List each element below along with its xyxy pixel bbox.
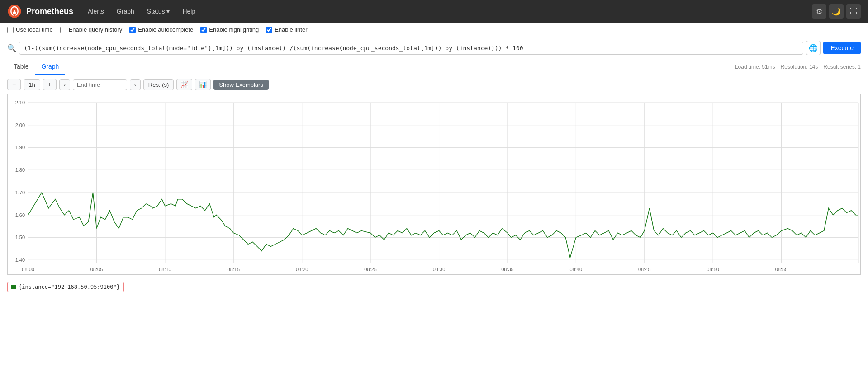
svg-text:2.00: 2.00 [15, 122, 25, 128]
brand: Prometheus [7, 4, 73, 19]
load-time: Load time: 51ms [735, 64, 775, 70]
svg-text:08:20: 08:20 [296, 267, 308, 272]
svg-text:08:50: 08:50 [707, 267, 719, 272]
svg-text:08:30: 08:30 [433, 267, 446, 272]
chart-area: 2.10 2.00 1.90 1.80 1.70 1.60 1.50 1.40 [0, 94, 868, 278]
stacked-chart-button[interactable]: 📊 [195, 79, 211, 90]
enable-autocomplete-checkbox[interactable]: Enable autocomplete [129, 26, 193, 33]
fullscreen-button[interactable]: ⛶ [846, 4, 861, 19]
svg-text:1.40: 1.40 [15, 257, 25, 263]
graph-controls: − 1h + ‹ › Res. (s) 📈 📊 Show Exemplars [0, 75, 868, 94]
prev-time-button[interactable]: ‹ [59, 79, 70, 90]
end-time-input[interactable] [73, 79, 127, 90]
svg-text:08:40: 08:40 [570, 267, 583, 272]
navbar-right: ⚙ 🌙 ⛶ [812, 4, 861, 19]
chart-svg: 2.10 2.00 1.90 1.80 1.70 1.60 1.50 1.40 [8, 94, 860, 274]
svg-text:1.70: 1.70 [15, 190, 25, 195]
svg-text:1.80: 1.80 [15, 167, 25, 173]
line-chart-button[interactable]: 📈 [176, 79, 192, 90]
legend-color-swatch [11, 285, 16, 289]
enable-highlighting-input[interactable] [200, 27, 207, 33]
svg-text:08:55: 08:55 [775, 267, 788, 272]
svg-rect-3 [13, 13, 16, 14]
next-time-button[interactable]: › [130, 79, 141, 90]
chart-container: 2.10 2.00 1.90 1.80 1.70 1.60 1.50 1.40 [7, 94, 861, 275]
legend-label: {instance="192.168.50.95:9100"} [19, 284, 120, 290]
zoom-in-button[interactable]: + [43, 79, 57, 90]
tab-table[interactable]: Table [7, 59, 35, 75]
svg-text:1.60: 1.60 [15, 212, 25, 218]
settings-button[interactable]: ⚙ [812, 4, 826, 19]
nav-alerts[interactable]: Alerts [82, 4, 109, 19]
enable-highlighting-checkbox[interactable]: Enable highlighting [200, 26, 259, 33]
enable-query-history-input[interactable] [60, 27, 66, 33]
search-icon: 🔍 [7, 44, 16, 52]
enable-linter-checkbox[interactable]: Enable linter [266, 26, 307, 33]
svg-text:1.50: 1.50 [15, 235, 25, 240]
duration-label: 1h [24, 79, 40, 90]
use-local-time-input[interactable] [7, 27, 14, 33]
tabs-bar: Table Graph Load time: 51ms Resolution: … [0, 59, 868, 75]
nav-status[interactable]: Status ▾ [142, 4, 175, 19]
theme-toggle-button[interactable]: 🌙 [829, 4, 844, 19]
svg-text:1.90: 1.90 [15, 145, 25, 150]
enable-autocomplete-input[interactable] [129, 27, 136, 33]
legend-area: {instance="192.168.50.95:9100"} [0, 278, 868, 296]
result-series: Result series: 1 [823, 64, 861, 70]
metrics-explorer-button[interactable]: 🌐 [806, 41, 821, 55]
svg-text:08:15: 08:15 [228, 267, 240, 272]
query-bar: 🔍 🌐 Execute [0, 37, 868, 59]
dropdown-caret-icon: ▾ [166, 8, 170, 15]
svg-text:08:10: 08:10 [159, 267, 171, 272]
svg-text:08:05: 08:05 [90, 267, 103, 272]
resolution: Resolution: 14s [781, 64, 818, 70]
svg-text:08:35: 08:35 [501, 267, 514, 272]
svg-text:2.10: 2.10 [15, 100, 25, 105]
execute-button[interactable]: Execute [823, 42, 861, 54]
nav-links: Alerts Graph Status ▾ Help [82, 4, 812, 19]
legend-item[interactable]: {instance="192.168.50.95:9100"} [7, 282, 124, 292]
svg-text:08:45: 08:45 [638, 267, 651, 272]
tab-meta: Load time: 51ms Resolution: 14s Result s… [735, 60, 861, 74]
nav-help[interactable]: Help [177, 4, 201, 19]
query-input[interactable] [19, 42, 803, 55]
toolbar: Use local time Enable query history Enab… [0, 23, 868, 37]
use-local-time-checkbox[interactable]: Use local time [7, 26, 53, 33]
prometheus-logo-icon [7, 4, 22, 19]
resolution-button[interactable]: Res. (s) [143, 79, 174, 90]
navbar: Prometheus Alerts Graph Status ▾ Help ⚙ … [0, 0, 868, 23]
zoom-out-button[interactable]: − [7, 79, 21, 90]
tab-graph[interactable]: Graph [35, 59, 65, 75]
svg-rect-2 [13, 12, 16, 13]
brand-name: Prometheus [26, 7, 73, 16]
nav-graph[interactable]: Graph [111, 4, 140, 19]
show-exemplars-button[interactable]: Show Exemplars [213, 80, 269, 90]
svg-text:08:00: 08:00 [22, 267, 34, 272]
enable-linter-input[interactable] [266, 27, 272, 33]
enable-query-history-checkbox[interactable]: Enable query history [60, 26, 123, 33]
svg-text:08:25: 08:25 [364, 267, 377, 272]
